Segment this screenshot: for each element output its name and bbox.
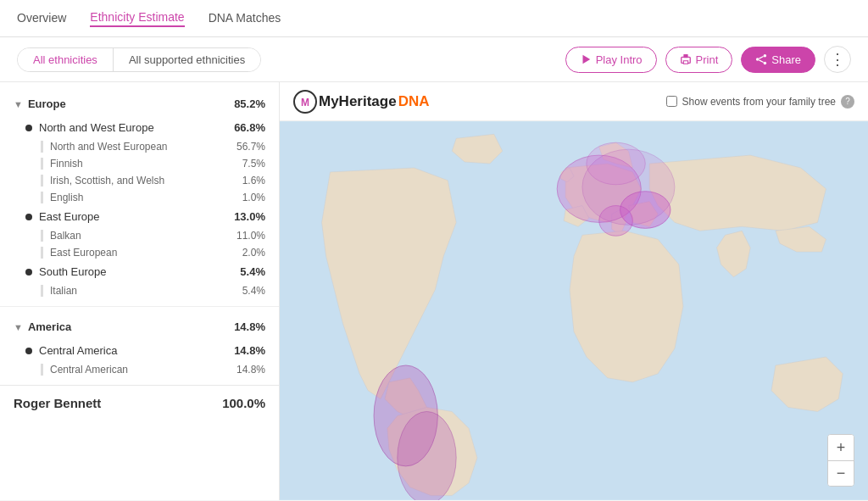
group-dot: [25, 269, 32, 276]
svg-line-8: [760, 60, 764, 63]
sub-pct: 2.0%: [242, 247, 265, 259]
sub-italian: Italian 5.4%: [0, 282, 279, 299]
map-header: M MyHeritageDNA Show events from your fa…: [280, 82, 868, 121]
sub-name: Italian: [50, 285, 242, 297]
sub-bar: [41, 364, 43, 376]
america-chevron: ▼: [14, 322, 23, 332]
print-label: Print: [696, 53, 719, 66]
svg-point-13: [398, 411, 456, 500]
sub-name: East European: [50, 247, 242, 259]
share-button[interactable]: Share: [741, 47, 815, 73]
group-pct: 14.8%: [234, 344, 265, 357]
europe-chevron: ▼: [14, 99, 23, 109]
share-label: Share: [771, 53, 801, 66]
group-name: South Europe: [39, 265, 240, 278]
sub-pct: 11.0%: [236, 230, 265, 242]
sub-pct: 7.5%: [242, 158, 265, 170]
nav-dna-matches[interactable]: DNA Matches: [209, 11, 281, 26]
sub-bar: [41, 192, 43, 203]
group-pct: 66.8%: [234, 121, 265, 134]
sub-bar: [41, 175, 43, 186]
top-nav: Overview Ethnicity Estimate DNA Matches: [0, 0, 868, 37]
logo-myheritage: MyHeritage: [319, 93, 397, 110]
sub-name: Finnish: [50, 158, 242, 170]
sub-east-european: East European 2.0%: [0, 244, 279, 261]
america-title: America: [28, 320, 234, 333]
svg-point-5: [756, 58, 760, 61]
map-area: M MyHeritageDNA Show events from your fa…: [280, 82, 868, 500]
group-east-europe[interactable]: East Europe 13.0%: [0, 206, 279, 227]
sub-name: North and West European: [50, 141, 236, 153]
group-name: Central America: [39, 344, 234, 357]
sub-pct: 56.7%: [236, 141, 265, 153]
group-name: East Europe: [39, 210, 234, 223]
sub-irish-scottish-welsh: Irish, Scottish, and Welsh 1.6%: [0, 172, 279, 189]
share-icon: [755, 53, 767, 65]
sub-english: English 1.0%: [0, 189, 279, 206]
sub-name: Balkan: [50, 230, 236, 242]
help-icon[interactable]: ?: [841, 95, 854, 109]
group-dot: [25, 348, 32, 354]
total-pct: 100.0%: [222, 396, 265, 410]
show-events-label: Show events from your family tree: [682, 96, 836, 108]
svg-point-6: [764, 62, 767, 65]
group-dot: [25, 214, 32, 220]
filter-all-ethnicities[interactable]: All ethnicities: [18, 48, 113, 71]
europe-pct: 85.2%: [234, 97, 265, 110]
sub-pct: 1.0%: [242, 192, 265, 203]
svg-rect-3: [683, 61, 687, 64]
group-pct: 5.4%: [240, 265, 265, 278]
group-central-america[interactable]: Central America 14.8%: [0, 340, 279, 361]
more-options-button[interactable]: ⋮: [824, 46, 851, 73]
america-pct: 14.8%: [234, 320, 265, 333]
sub-pct: 5.4%: [242, 285, 265, 297]
map-checkbox-area: Show events from your family tree ?: [666, 95, 854, 109]
sub-bar: [41, 285, 43, 297]
europe-title: Europe: [28, 97, 234, 110]
sub-name: Central American: [50, 364, 236, 376]
svg-rect-2: [683, 54, 687, 58]
group-pct: 13.0%: [234, 210, 265, 223]
total-row: Roger Bennett 100.0%: [0, 385, 279, 420]
sub-pct: 1.6%: [242, 175, 265, 186]
filter-all-supported[interactable]: All supported ethnicities: [113, 48, 260, 71]
myheritage-logo-icon: M: [293, 90, 317, 114]
world-map-svg: [280, 121, 868, 500]
group-north-west-europe[interactable]: North and West Europe 66.8%: [0, 117, 279, 138]
america-section-header[interactable]: ▼ America 14.8%: [0, 314, 279, 340]
section-divider: [0, 306, 279, 307]
zoom-out-button[interactable]: −: [828, 460, 854, 486]
sub-name: English: [50, 192, 242, 203]
total-name: Roger Bennett: [14, 396, 222, 410]
print-icon: [680, 53, 692, 65]
group-south-europe[interactable]: South Europe 5.4%: [0, 261, 279, 282]
play-intro-button[interactable]: Play Intro: [565, 47, 657, 73]
svg-point-18: [582, 149, 675, 225]
nav-ethnicity[interactable]: Ethnicity Estimate: [90, 10, 184, 27]
sub-name: Irish, Scottish, and Welsh: [50, 175, 242, 186]
svg-point-4: [764, 54, 767, 58]
filter-group: All ethnicities All supported ethnicitie…: [17, 47, 261, 72]
sub-central-american: Central American 14.8%: [0, 361, 279, 378]
sidebar: ▼ Europe 85.2% North and West Europe 66.…: [0, 82, 280, 500]
zoom-controls: + −: [827, 434, 854, 487]
nav-overview[interactable]: Overview: [17, 11, 66, 26]
sub-north-west-european: North and West European 56.7%: [0, 138, 279, 155]
play-intro-label: Play Intro: [596, 53, 643, 66]
sub-balkan: Balkan 11.0%: [0, 227, 279, 244]
europe-section-header[interactable]: ▼ Europe 85.2%: [0, 91, 279, 117]
logo-dna: DNA: [398, 93, 430, 110]
toolbar: All ethnicities All supported ethnicitie…: [0, 37, 868, 82]
sub-bar: [41, 158, 43, 170]
play-icon: [580, 53, 592, 65]
svg-line-7: [760, 57, 764, 59]
group-dot: [25, 125, 32, 131]
sub-bar: [41, 141, 43, 153]
zoom-in-button[interactable]: +: [828, 435, 854, 460]
print-button[interactable]: Print: [665, 47, 733, 73]
svg-marker-0: [582, 55, 590, 64]
sub-finnish: Finnish 7.5%: [0, 155, 279, 172]
show-events-checkbox[interactable]: [666, 96, 677, 107]
map-logo: M MyHeritageDNA: [293, 90, 429, 114]
svg-text:M: M: [301, 97, 309, 109]
